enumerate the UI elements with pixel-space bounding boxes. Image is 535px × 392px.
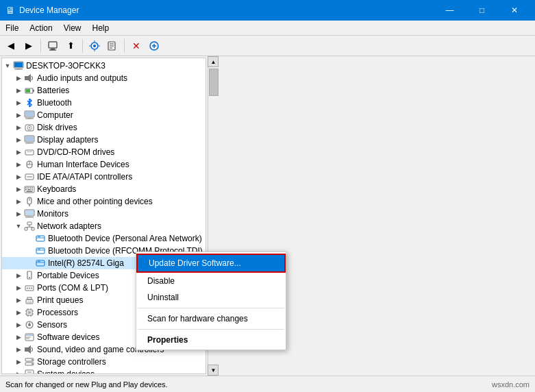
- batteries-expand[interactable]: ▶: [13, 85, 24, 96]
- tree-item-mice[interactable]: ▶ Mice and other pointing devices: [2, 195, 206, 208]
- tree-item-system[interactable]: ▶ System devices: [2, 368, 206, 374]
- brand-text: wsxdn.com: [492, 380, 530, 389]
- ctx-update[interactable]: Update Driver Software...: [136, 254, 286, 273]
- network-icon: [24, 221, 35, 232]
- hid-expand[interactable]: ▶: [13, 159, 24, 170]
- software-expand[interactable]: ▶: [13, 332, 24, 343]
- back-button[interactable]: ◀: [3, 38, 19, 54]
- svg-rect-41: [29, 188, 31, 189]
- remove-button[interactable]: ✕: [128, 38, 145, 54]
- minimize-button[interactable]: —: [434, 0, 465, 21]
- ctx-disable[interactable]: Disable: [136, 273, 286, 289]
- audio-expand[interactable]: ▶: [13, 73, 24, 84]
- close-button[interactable]: ✕: [499, 0, 530, 21]
- sensors-expand[interactable]: ▶: [13, 319, 24, 330]
- keyboards-label: Keyboards: [37, 184, 76, 194]
- ctx-scan[interactable]: Scan for hardware changes: [136, 310, 286, 327]
- svg-point-77: [29, 288, 30, 289]
- batteries-label: Batteries: [37, 86, 69, 95]
- title-bar: 🖥 Device Manager — □ ✕: [0, 0, 535, 21]
- disk-icon: [24, 122, 35, 133]
- tree-item-bluetooth[interactable]: ▶ Bluetooth: [2, 97, 206, 109]
- bt-rfcomm-icon: [35, 245, 46, 256]
- svg-rect-42: [32, 188, 33, 189]
- update-button[interactable]: [104, 38, 121, 54]
- status-bar: Scan for changed or new Plug and Play de…: [0, 376, 535, 392]
- proc-label: Processors: [37, 308, 78, 317]
- tree-item-batteries[interactable]: ▶ Batteries: [2, 84, 206, 97]
- system-expand[interactable]: ▶: [13, 369, 24, 374]
- add-button[interactable]: [146, 38, 162, 54]
- window-controls: — □ ✕: [434, 0, 530, 21]
- scroll-thumb[interactable]: [209, 69, 219, 96]
- sound-icon: [24, 344, 35, 355]
- audio-icon: [24, 73, 35, 84]
- up-button[interactable]: ⬆: [62, 38, 79, 54]
- disk-label: Disk drives: [37, 123, 77, 132]
- print-icon: [24, 295, 35, 306]
- ctx-uninstall[interactable]: Uninstall: [136, 289, 286, 306]
- tree-item-dvd[interactable]: ▶ DVD/CD-ROM drives: [2, 146, 206, 158]
- disk-expand[interactable]: ▶: [13, 122, 24, 133]
- display-label: Display adapters: [37, 135, 98, 145]
- storage-icon: [24, 356, 35, 367]
- device-manager-button[interactable]: [45, 38, 61, 54]
- monitors-expand[interactable]: ▶: [13, 208, 24, 219]
- maximize-button[interactable]: □: [466, 0, 497, 21]
- scan-button[interactable]: [86, 38, 103, 54]
- tree-item-network[interactable]: ▼ Network adapters: [2, 220, 206, 232]
- monitors-label: Monitors: [37, 209, 69, 219]
- keyboards-expand[interactable]: ▶: [13, 184, 24, 195]
- svg-rect-0: [49, 42, 57, 48]
- bluetooth-icon: [24, 97, 35, 108]
- tree-item-ide[interactable]: ▶ IDE ATA/ATAPI controllers: [2, 171, 206, 183]
- print-expand[interactable]: ▶: [13, 295, 24, 306]
- monitors-icon: [24, 208, 35, 219]
- root-expand[interactable]: ▼: [2, 60, 13, 71]
- dvd-icon: [24, 147, 35, 158]
- tree-item-storage[interactable]: ▶ Storage controllers: [2, 356, 206, 368]
- svg-rect-57: [32, 228, 34, 230]
- sound-expand[interactable]: ▶: [13, 344, 24, 355]
- portable-expand[interactable]: ▶: [13, 270, 24, 281]
- menu-help[interactable]: Help: [87, 21, 115, 35]
- software-label: Software devices: [37, 332, 99, 342]
- scroll-down-button[interactable]: ▼: [208, 365, 219, 376]
- computer-expand[interactable]: ▶: [13, 110, 24, 121]
- bluetooth-expand[interactable]: ▶: [13, 97, 24, 108]
- scroll-up-button[interactable]: ▲: [208, 56, 219, 67]
- tree-item-monitors[interactable]: ▶ Monitors: [2, 208, 206, 220]
- ports-expand[interactable]: ▶: [13, 282, 24, 293]
- tree-item-display[interactable]: ▶ Display adapters: [2, 134, 206, 146]
- mice-expand[interactable]: ▶: [13, 196, 24, 207]
- display-expand[interactable]: ▶: [13, 134, 24, 145]
- storage-expand[interactable]: ▶: [13, 356, 24, 367]
- dvd-expand[interactable]: ▶: [13, 147, 24, 158]
- tree-item-bt-pan[interactable]: Bluetooth Device (Personal Area Network): [2, 232, 206, 245]
- menu-action[interactable]: Action: [24, 21, 58, 35]
- menu-view[interactable]: View: [58, 21, 87, 35]
- mice-icon: [24, 196, 35, 207]
- ctx-properties[interactable]: Properties: [136, 332, 286, 348]
- svg-rect-80: [27, 297, 32, 299]
- ports-icon: [24, 282, 35, 293]
- menu-file[interactable]: File: [0, 21, 24, 35]
- svg-point-93: [28, 323, 31, 326]
- tree-item-keyboards[interactable]: ▶ Keyboards: [2, 183, 206, 195]
- tree-item-audio[interactable]: ▶ Audio inputs and outputs: [2, 72, 206, 84]
- tree-item-disk[interactable]: ▶ Disk drives: [2, 121, 206, 134]
- ide-label: IDE ATA/ATAPI controllers: [37, 172, 132, 182]
- proc-expand[interactable]: ▶: [13, 307, 24, 318]
- tree-item-computer[interactable]: ▶ Computer: [2, 109, 206, 121]
- forward-button[interactable]: ▶: [21, 38, 37, 54]
- ide-expand[interactable]: ▶: [13, 171, 24, 182]
- svg-rect-19: [26, 89, 30, 93]
- svg-point-49: [29, 205, 30, 206]
- audio-label: Audio inputs and outputs: [37, 73, 127, 83]
- sensors-icon: [24, 319, 35, 330]
- network-label: Network adapters: [37, 221, 101, 231]
- network-expand[interactable]: ▼: [13, 221, 24, 232]
- tree-item-hid[interactable]: ▶ Human Interface Devices: [2, 158, 206, 171]
- computer-device-icon: [24, 110, 35, 121]
- tree-root[interactable]: ▼ DESKTOP-3OFCKK3: [2, 60, 206, 72]
